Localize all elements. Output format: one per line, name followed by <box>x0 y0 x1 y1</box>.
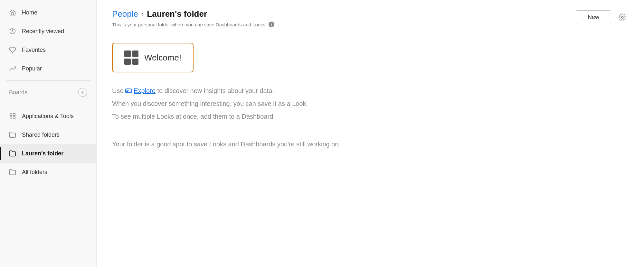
page-content: Welcome! Use Explore to <box>97 30 644 162</box>
desc-line-1: Use Explore to discover new insights abo… <box>112 85 629 96</box>
grid-cell-4 <box>132 59 139 65</box>
sidebar-item-label-favorites: Favorites <box>22 47 46 53</box>
sidebar-item-label-home: Home <box>22 9 37 16</box>
sidebar-item-label-laurens-folder: Lauren's folder <box>22 150 63 157</box>
divider-2 <box>6 104 90 104</box>
sidebar: Home Recently viewed Favorites Popular <box>0 0 97 267</box>
header-left: People › Lauren's folder This is your pe… <box>112 9 274 27</box>
folder-icon-shared <box>9 131 16 138</box>
trending-icon <box>9 65 16 72</box>
active-indicator <box>0 147 1 160</box>
sidebar-item-label-shared-folders: Shared folders <box>22 132 60 138</box>
sidebar-item-label-popular: Popular <box>22 65 42 72</box>
desc-separator <box>112 132 629 139</box>
svg-point-5 <box>621 16 623 18</box>
folder-icon-all <box>9 169 16 176</box>
svg-rect-2 <box>13 114 15 115</box>
svg-rect-1 <box>10 114 12 115</box>
description-block: Use Explore to discover new insights abo… <box>112 85 629 122</box>
divider-1 <box>6 80 90 81</box>
breadcrumb: People › Lauren's folder <box>112 9 274 19</box>
grid-cell-3 <box>124 59 131 65</box>
info-icon[interactable]: i <box>269 22 274 27</box>
grid-cell-2 <box>132 51 139 57</box>
main-content: People › Lauren's folder This is your pe… <box>97 0 644 267</box>
welcome-title: Welcome! <box>144 53 181 63</box>
boards-section-header: Boards + <box>0 83 96 101</box>
sidebar-item-shared-folders[interactable]: Shared folders <box>0 125 96 144</box>
explore-link[interactable]: Explore <box>125 85 156 96</box>
grid-cell-1 <box>124 51 131 57</box>
header-subtitle: This is your personal folder where you c… <box>112 22 274 27</box>
svg-rect-4 <box>13 117 15 119</box>
welcome-grid-icon <box>124 51 138 65</box>
grid-icon <box>9 113 16 120</box>
sidebar-item-applications-tools[interactable]: Applications & Tools <box>0 107 96 125</box>
breadcrumb-people-link[interactable]: People <box>112 9 138 19</box>
home-icon <box>9 9 16 16</box>
clock-icon <box>9 28 16 35</box>
explore-link-text: Explore <box>134 85 156 96</box>
desc-line-1-prefix: Use <box>112 87 125 94</box>
sidebar-item-label-recently-viewed: Recently viewed <box>22 28 64 35</box>
header-right: New <box>576 10 629 24</box>
page-header: People › Lauren's folder This is your pe… <box>97 0 644 30</box>
sidebar-item-recently-viewed[interactable]: Recently viewed <box>0 22 96 41</box>
heart-icon <box>9 46 16 53</box>
boards-section-title: Boards <box>9 89 27 96</box>
svg-rect-3 <box>10 117 12 119</box>
sidebar-item-label-applications-tools: Applications & Tools <box>22 113 74 120</box>
desc-footer: Your folder is a good spot to save Looks… <box>112 139 629 150</box>
sidebar-item-all-folders[interactable]: All folders <box>0 163 96 181</box>
breadcrumb-separator: › <box>141 10 144 18</box>
sidebar-item-home[interactable]: Home <box>0 3 96 22</box>
subtitle-text: This is your personal folder where you c… <box>112 22 267 27</box>
breadcrumb-current: Lauren's folder <box>147 9 207 19</box>
settings-icon[interactable] <box>616 11 629 23</box>
sidebar-item-popular[interactable]: Popular <box>0 59 96 78</box>
sidebar-item-label-all-folders: All folders <box>22 169 47 176</box>
desc-line-1-suffix: to discover new insights about your data… <box>157 87 274 94</box>
desc-line-2: When you discover something interesting,… <box>112 98 629 109</box>
new-button[interactable]: New <box>576 10 611 24</box>
add-board-button[interactable]: + <box>78 88 87 97</box>
sidebar-item-laurens-folder[interactable]: Lauren's folder <box>0 144 96 163</box>
welcome-card: Welcome! <box>112 43 194 72</box>
folder-icon-laurens <box>9 150 16 157</box>
explore-icon <box>125 88 132 93</box>
desc-line-3: To see multiple Looks at once, add them … <box>112 111 629 122</box>
sidebar-item-favorites[interactable]: Favorites <box>0 41 96 59</box>
